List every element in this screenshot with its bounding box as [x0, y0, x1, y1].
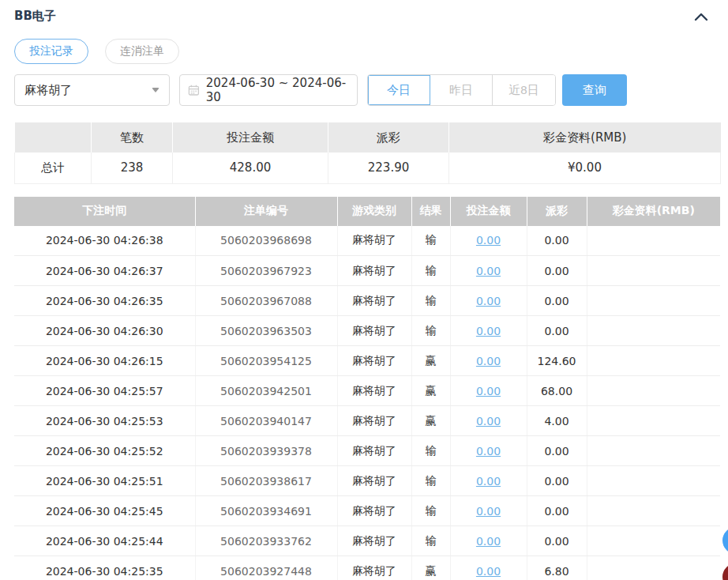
summary-header-count: 笔数 — [92, 122, 173, 153]
summary-header-empty — [15, 122, 92, 153]
table-row: 2024-06-30 04:25:45 5060203934691 麻将胡了 输… — [14, 496, 720, 526]
game-type-cell: 麻将胡了 — [337, 406, 411, 436]
result-cell: 赢 — [411, 346, 450, 376]
bet-time-cell: 2024-06-30 04:26:37 — [14, 256, 195, 286]
query-button[interactable]: 查询 — [562, 74, 627, 106]
records-table: 下注时间 注单编号 游戏类别 结果 投注金额 派彩 彩金资料(RMB) 2024… — [14, 197, 720, 580]
jackpot-cell — [587, 316, 720, 346]
bet-amount-link[interactable]: 0.00 — [476, 505, 501, 518]
total-bet-amount: 428.00 — [173, 153, 328, 183]
records-header-bet-time: 下注时间 — [14, 197, 195, 226]
result-cell: 赢 — [411, 406, 450, 436]
quick-range-today[interactable]: 今日 — [368, 75, 430, 105]
bet-amount-cell: 0.00 — [450, 316, 527, 346]
bet-amount-link[interactable]: 0.00 — [476, 535, 501, 548]
jackpot-cell — [587, 526, 720, 556]
tab-label: 连消注单 — [120, 44, 164, 58]
order-id-cell: 5060203934691 — [195, 496, 337, 526]
records-header-payout: 派彩 — [527, 197, 587, 226]
result-cell: 输 — [411, 466, 450, 496]
records-header-game-type: 游戏类别 — [337, 197, 411, 226]
tab-label: 投注记录 — [29, 44, 73, 58]
bet-amount-link[interactable]: 0.00 — [476, 265, 501, 277]
summary-total-row: 总计 238 428.00 223.90 ¥0.00 — [15, 153, 721, 183]
payout-cell: 68.00 — [527, 376, 587, 406]
payout-cell: 0.00 — [527, 286, 587, 316]
table-row: 2024-06-30 04:25:51 5060203938617 麻将胡了 输… — [14, 466, 720, 496]
order-id-cell: 5060203939378 — [195, 436, 337, 466]
records-body: 2024-06-30 04:26:38 5060203968698 麻将胡了 输… — [14, 226, 720, 580]
result-cell: 赢 — [411, 376, 450, 406]
payout-cell: 0.00 — [527, 466, 587, 496]
table-row: 2024-06-30 04:26:15 5060203954125 麻将胡了 赢… — [14, 346, 720, 376]
bet-time-cell: 2024-06-30 04:25:57 — [14, 376, 195, 406]
jackpot-cell — [587, 556, 720, 580]
game-type-cell: 麻将胡了 — [337, 436, 411, 466]
game-type-cell: 麻将胡了 — [337, 286, 411, 316]
bet-amount-link[interactable]: 0.00 — [476, 385, 501, 397]
game-type-cell: 麻将胡了 — [337, 376, 411, 406]
bet-time-cell: 2024-06-30 04:25:44 — [14, 526, 195, 556]
bet-amount-link[interactable]: 0.00 — [476, 415, 501, 427]
order-id-cell: 5060203968698 — [195, 226, 337, 256]
game-type-cell: 麻将胡了 — [337, 556, 411, 580]
order-id-cell: 5060203967088 — [195, 286, 337, 316]
jackpot-cell — [587, 286, 720, 316]
table-row: 2024-06-30 04:26:37 5060203967923 麻将胡了 输… — [14, 256, 720, 286]
bet-time-cell: 2024-06-30 04:26:30 — [14, 316, 195, 346]
order-id-cell: 5060203940147 — [195, 406, 337, 436]
bet-time-cell: 2024-06-30 04:25:53 — [14, 406, 195, 436]
jackpot-cell — [587, 376, 720, 406]
bet-amount-link[interactable]: 0.00 — [476, 565, 501, 578]
table-row: 2024-06-30 04:25:35 5060203927448 麻将胡了 赢… — [14, 556, 720, 580]
total-count: 238 — [92, 153, 173, 183]
payout-cell: 0.00 — [527, 436, 587, 466]
tab-betting-records[interactable]: 投注记录 — [14, 39, 88, 64]
panel-header: BB电子 — [14, 0, 720, 25]
payout-cell: 4.00 — [527, 406, 587, 436]
bet-amount-link[interactable]: 0.00 — [476, 234, 501, 247]
order-id-cell: 5060203927448 — [195, 556, 337, 580]
summary-header-bet-amount: 投注金额 — [173, 122, 328, 153]
jackpot-cell — [587, 256, 720, 286]
result-cell: 输 — [411, 436, 450, 466]
game-select[interactable]: 麻将胡了 — [14, 74, 170, 106]
result-cell: 输 — [411, 526, 450, 556]
bet-time-cell: 2024-06-30 04:25:51 — [14, 466, 195, 496]
bet-amount-link[interactable]: 0.00 — [476, 475, 501, 488]
order-id-cell: 5060203942501 — [195, 376, 337, 406]
records-header-result: 结果 — [411, 197, 450, 226]
table-row: 2024-06-30 04:26:38 5060203968698 麻将胡了 输… — [14, 226, 720, 256]
date-range-input[interactable]: 2024-06-30 ~ 2024-06-30 — [179, 74, 358, 106]
game-type-cell: 麻将胡了 — [337, 256, 411, 286]
quick-range-last8days[interactable]: 近8日 — [493, 75, 555, 105]
bet-amount-link[interactable]: 0.00 — [476, 445, 501, 458]
summary-header-row: 笔数 投注金额 派彩 彩金资料(RMB) — [15, 122, 721, 153]
payout-cell: 0.00 — [527, 226, 587, 256]
page-title: BB电子 — [14, 9, 56, 24]
quick-range-yesterday[interactable]: 昨日 — [430, 75, 493, 105]
total-payout: 223.90 — [328, 153, 449, 183]
bet-amount-link[interactable]: 0.00 — [476, 325, 501, 337]
bet-amount-cell: 0.00 — [450, 436, 527, 466]
game-type-cell: 麻将胡了 — [337, 316, 411, 346]
bet-amount-cell: 0.00 — [450, 256, 527, 286]
jackpot-cell — [587, 436, 720, 466]
order-id-cell: 5060203933762 — [195, 526, 337, 556]
bet-amount-cell: 0.00 — [450, 406, 527, 436]
collapse-panel-button[interactable] — [692, 7, 711, 26]
order-id-cell: 5060203938617 — [195, 466, 337, 496]
result-cell: 输 — [411, 496, 450, 526]
bet-time-cell: 2024-06-30 04:25:35 — [14, 556, 195, 580]
jackpot-cell — [587, 226, 720, 256]
bet-amount-link[interactable]: 0.00 — [476, 295, 501, 307]
bet-amount-cell: 0.00 — [450, 526, 527, 556]
table-row: 2024-06-30 04:25:53 5060203940147 麻将胡了 赢… — [14, 406, 720, 436]
bet-time-cell: 2024-06-30 04:25:52 — [14, 436, 195, 466]
result-cell: 输 — [411, 226, 450, 256]
result-cell: 赢 — [411, 556, 450, 580]
quick-range-group: 今日 昨日 近8日 — [367, 74, 556, 106]
game-select-value: 麻将胡了 — [24, 83, 72, 98]
bet-amount-link[interactable]: 0.00 — [476, 355, 501, 367]
tab-cancelled-orders[interactable]: 连消注单 — [105, 39, 179, 64]
